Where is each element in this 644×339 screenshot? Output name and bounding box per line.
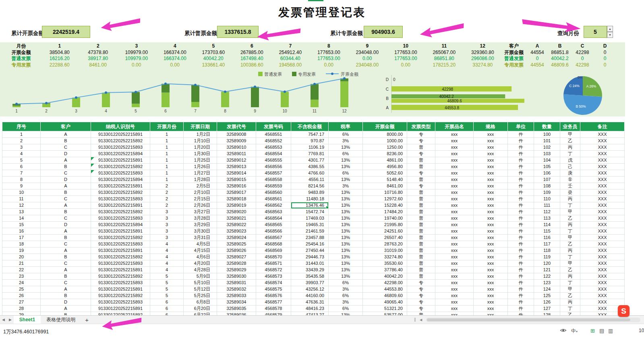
table-cell[interactable]: 丁	[560, 280, 580, 286]
monthly-cell[interactable]: 0	[594, 50, 616, 56]
table-cell[interactable]: 913301220252215893	[91, 215, 150, 222]
table-cell[interactable]: A	[41, 267, 91, 273]
table-cell[interactable]: 4386.55	[291, 164, 329, 170]
table-cell[interactable]: 4	[150, 267, 184, 273]
table-cell[interactable]: 5	[150, 273, 184, 280]
table-cell[interactable]: 4568572	[256, 267, 291, 273]
table-cell[interactable]: 3月29日	[184, 222, 217, 228]
monthly-cell[interactable]: 178215.20	[425, 62, 464, 69]
table-cell[interactable]: 13%	[329, 209, 363, 215]
table-cell[interactable]: 32589028	[217, 260, 256, 267]
monthly-cell[interactable]: 月份	[2, 43, 40, 50]
table-cell[interactable]: 104	[534, 157, 560, 164]
table-cell[interactable]: 4568559	[256, 183, 291, 189]
table-cell[interactable]: 甲	[560, 286, 580, 293]
table-cell[interactable]: XXX	[580, 151, 625, 157]
table-cell[interactable]: 普	[407, 215, 435, 222]
monthly-cell[interactable]: 177653.00	[310, 56, 348, 62]
table-cell[interactable]: 13%	[329, 144, 363, 151]
table-cell[interactable]: 5	[150, 293, 184, 299]
spinner-down-button[interactable]: ▼	[607, 32, 613, 38]
table-cell[interactable]: 19	[2, 247, 41, 254]
table-cell[interactable]: 丙	[560, 222, 580, 228]
column-header[interactable]: 税率	[329, 122, 363, 131]
monthly-cell[interactable]: 10	[387, 43, 425, 50]
table-cell[interactable]: 3月30日	[184, 228, 217, 235]
table-cell[interactable]: XXX	[580, 293, 625, 299]
monthly-cell[interactable]: 8	[310, 43, 348, 50]
table-cell[interactable]: xxx	[474, 157, 508, 164]
column-header[interactable]: 开票品名	[435, 122, 474, 131]
monthly-cell[interactable]: 234048.00	[348, 62, 387, 69]
table-cell[interactable]: 32589034	[217, 299, 256, 306]
spinner-up-button[interactable]: ▲	[607, 26, 613, 32]
table-cell[interactable]: 49065.40	[363, 299, 407, 306]
table-cell[interactable]: 913301220252215891	[91, 247, 150, 254]
table-cell[interactable]: 101	[534, 138, 560, 144]
table-cell[interactable]: 1106.19	[291, 144, 329, 151]
monthly-cell[interactable]: 1	[40, 43, 79, 50]
table-cell[interactable]: 31443.01	[291, 260, 329, 267]
table-cell[interactable]: xxx	[435, 196, 474, 202]
column-header[interactable]: 客户	[41, 122, 91, 131]
table-cell[interactable]: 1	[2, 131, 41, 138]
table-cell[interactable]: 13%	[329, 247, 363, 254]
table-cell[interactable]: xxx	[435, 183, 474, 189]
table-cell[interactable]: xxx	[435, 215, 474, 222]
table-cell[interactable]: 32589008	[217, 131, 256, 138]
table-cell[interactable]: 7769.81	[291, 151, 329, 157]
table-cell[interactable]: 28763.20	[363, 241, 407, 247]
table-cell[interactable]: 32589025	[217, 241, 256, 247]
monthly-cell[interactable]: 109979.00	[117, 56, 156, 62]
table-cell[interactable]: 1月28日	[184, 177, 217, 183]
table-cell[interactable]: xxx	[435, 299, 474, 306]
table-cell[interactable]: 913301220252215892	[91, 273, 150, 280]
table-cell[interactable]: 114	[534, 222, 560, 228]
table-cell[interactable]: 913301220252215891	[91, 228, 150, 235]
table-cell[interactable]: 110	[534, 196, 560, 202]
table-cell[interactable]: 件	[508, 235, 534, 241]
table-cell[interactable]: XXX	[580, 189, 625, 196]
table-cell[interactable]: 3	[150, 209, 184, 215]
table-cell[interactable]: XXX	[580, 222, 625, 228]
table-cell[interactable]: 913301220252215892	[91, 138, 150, 144]
table-cell[interactable]: 4月5日	[184, 241, 217, 247]
table-cell[interactable]: 33274.80	[363, 254, 407, 260]
table-cell[interactable]: B	[41, 189, 91, 196]
table-cell[interactable]: 6%	[329, 151, 363, 157]
table-cell[interactable]: xxx	[435, 222, 474, 228]
table-cell[interactable]: 7	[2, 170, 41, 177]
monthly-cell[interactable]: 0.00	[310, 62, 348, 69]
table-cell[interactable]: 13%	[329, 202, 363, 209]
table-cell[interactable]: 件	[508, 228, 534, 235]
table-cell[interactable]: 普	[407, 196, 435, 202]
table-cell[interactable]: 4301.77	[291, 157, 329, 164]
invoice-register-table[interactable]: 序号客户纳税人识别号开票月份开票日期发票代号发票号码不含税金额税率开票金额发票类…	[2, 122, 625, 318]
table-cell[interactable]: 件	[508, 286, 534, 293]
total-general-value[interactable]: 1337615.8	[217, 26, 259, 38]
table-cell[interactable]: xxx	[435, 247, 474, 254]
table-cell[interactable]: 4568567	[256, 235, 291, 241]
table-cell[interactable]: 37786.40	[363, 267, 407, 273]
table-cell[interactable]: 4568571	[256, 260, 291, 267]
table-cell[interactable]: xxx	[474, 183, 508, 189]
table-cell[interactable]: 普	[407, 189, 435, 196]
monthly-cell[interactable]: 177653.00	[387, 56, 425, 62]
table-cell[interactable]: 15472.74	[291, 209, 329, 215]
table-cell[interactable]: 25454.16	[291, 241, 329, 247]
table-cell[interactable]: xxx	[435, 306, 474, 312]
table-cell[interactable]: XXX	[580, 177, 625, 183]
ime-indicator[interactable]: 中▾	[571, 328, 578, 335]
monthly-cell[interactable]: 44554	[526, 50, 549, 56]
table-cell[interactable]: 1	[150, 157, 184, 164]
table-cell[interactable]: A	[41, 228, 91, 235]
monthly-cell[interactable]: 42298	[571, 62, 594, 69]
view-page-layout-icon[interactable]: ▤	[599, 328, 604, 334]
table-cell[interactable]: 10	[2, 189, 41, 196]
table-cell[interactable]: 105	[534, 164, 560, 170]
table-cell[interactable]: 23457.88	[291, 235, 329, 241]
table-cell[interactable]: 乙	[560, 241, 580, 247]
table-cell[interactable]: 13%	[329, 189, 363, 196]
table-cell[interactable]: 4568566	[256, 228, 291, 235]
table-cell[interactable]: 32589020	[217, 209, 256, 215]
